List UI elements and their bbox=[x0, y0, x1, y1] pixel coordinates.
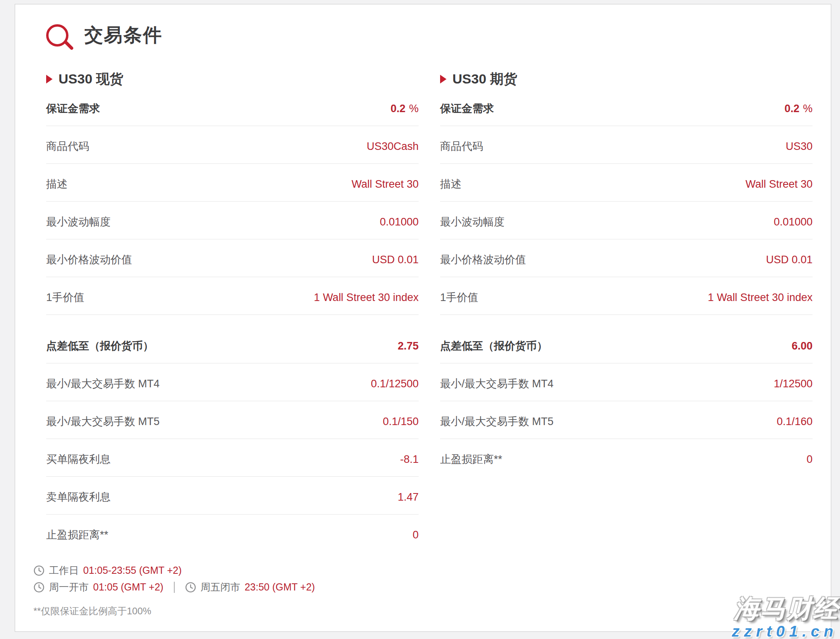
table-row: 1手价值 1 Wall Street 30 index bbox=[46, 277, 419, 315]
page-title: 交易条件 bbox=[84, 23, 162, 48]
column-header: US30 期货 bbox=[440, 70, 813, 88]
table-row: 最小波动幅度 0.01000 bbox=[46, 202, 419, 239]
row-label: 最小波动幅度 bbox=[46, 215, 111, 229]
table-row: 最小价格波动价值 USD 0.01 bbox=[46, 239, 419, 277]
row-label: 点差低至（报价货币） bbox=[46, 339, 154, 353]
row-label: 最小/最大交易手数 MT4 bbox=[46, 377, 160, 391]
instrument-column: US30 期货 保证金需求 0.2% 商品代码 US30 描述 Wall Str… bbox=[440, 70, 813, 552]
row-value: USD 0.01 bbox=[766, 254, 813, 266]
row-value-main: Wall Street 30 bbox=[745, 178, 813, 190]
schedule-item: 周一开市 01:05 (GMT +2) bbox=[33, 581, 164, 594]
row-value-main: 1 Wall Street 30 index bbox=[314, 291, 419, 303]
row-value-main: 0.2 bbox=[390, 103, 405, 115]
trading-conditions-card: 交易条件 US30 现货 保证金需求 0.2% 商品代码 US30Cash 描述… bbox=[15, 4, 831, 632]
watermark-domain: zzrt01.cn bbox=[732, 623, 839, 639]
row-value-main: 0 bbox=[413, 529, 419, 541]
row-value: 6.00 bbox=[791, 340, 813, 352]
schedule-item: 工作日 01:05-23:55 (GMT +2) bbox=[33, 564, 182, 577]
row-value-main: 0.01000 bbox=[380, 216, 419, 228]
row-label: 最小/最大交易手数 MT5 bbox=[440, 414, 554, 429]
schedule-time: 23:50 (GMT +2) bbox=[245, 581, 315, 593]
schedule-label: 周一开市 bbox=[49, 581, 89, 594]
row-label: 最小价格波动价值 bbox=[440, 252, 526, 267]
schedule-line-2: 周一开市 01:05 (GMT +2) 周五闭市 23:50 (GMT +2) bbox=[33, 581, 813, 594]
row-label: 描述 bbox=[440, 177, 462, 191]
column-title-text: US30 期货 bbox=[452, 70, 517, 88]
row-label: 商品代码 bbox=[46, 139, 89, 153]
row-label: 点差低至（报价货币） bbox=[440, 339, 548, 353]
row-value-main: Wall Street 30 bbox=[351, 178, 419, 190]
row-value-main: 0.1/12500 bbox=[371, 378, 419, 390]
row-label: 买单隔夜利息 bbox=[46, 452, 111, 466]
row-value: 0 bbox=[807, 453, 813, 466]
row-value: 0.2% bbox=[784, 103, 813, 115]
columns: US30 现货 保证金需求 0.2% 商品代码 US30Cash 描述 Wall… bbox=[46, 70, 813, 552]
row-value: 0.1/150 bbox=[383, 416, 419, 428]
row-value: 0.01000 bbox=[380, 216, 419, 228]
table-row: 止盈损距离** 0 bbox=[440, 439, 813, 476]
table-row: 卖单隔夜利息 1.47 bbox=[46, 477, 419, 515]
schedule-line-1: 工作日 01:05-23:55 (GMT +2) bbox=[33, 564, 813, 577]
row-value-suffix: % bbox=[803, 103, 813, 115]
row-label: 1手价值 bbox=[440, 290, 478, 305]
row-value: 1 Wall Street 30 index bbox=[708, 291, 813, 304]
table-row: 最小/最大交易手数 MT4 0.1/12500 bbox=[46, 363, 419, 401]
clock-icon bbox=[185, 582, 196, 593]
page-header: 交易条件 bbox=[46, 23, 813, 48]
row-label: 最小/最大交易手数 MT4 bbox=[440, 377, 554, 391]
row-value-main: 0.1/150 bbox=[383, 416, 419, 427]
schedule-label: 周五闭市 bbox=[201, 581, 240, 594]
row-value: 2.75 bbox=[398, 340, 419, 352]
row-label: 描述 bbox=[46, 177, 68, 191]
row-value-main: USD 0.01 bbox=[372, 254, 419, 266]
table-row: 最小/最大交易手数 MT4 1/12500 bbox=[440, 363, 813, 401]
schedule-label: 工作日 bbox=[49, 564, 79, 577]
table-row: 1手价值 1 Wall Street 30 index bbox=[440, 277, 813, 315]
table-row: 商品代码 US30Cash bbox=[46, 126, 419, 164]
schedule-item: 周五闭市 23:50 (GMT +2) bbox=[185, 581, 315, 594]
watermark: 海马财经 zzrt01.cn bbox=[732, 596, 839, 639]
table-row: 最小/最大交易手数 MT5 0.1/150 bbox=[46, 401, 419, 439]
rows: 保证金需求 0.2% 商品代码 US30 描述 Wall Street 30 最… bbox=[440, 88, 813, 476]
row-value-main: 1 Wall Street 30 index bbox=[708, 291, 813, 303]
row-label: 最小价格波动价值 bbox=[46, 252, 132, 267]
watermark-brand: 海马财经 bbox=[732, 596, 839, 621]
rows: 保证金需求 0.2% 商品代码 US30Cash 描述 Wall Street … bbox=[46, 88, 419, 552]
row-value-main: US30Cash bbox=[366, 140, 419, 152]
triangle-bullet-icon bbox=[440, 75, 446, 84]
row-value-main: 6.00 bbox=[791, 340, 813, 352]
row-value-main: 1.47 bbox=[398, 491, 419, 503]
row-label: 最小/最大交易手数 MT5 bbox=[46, 414, 160, 429]
row-label: 止盈损距离** bbox=[46, 528, 108, 542]
triangle-bullet-icon bbox=[46, 75, 53, 84]
row-value-main: USD 0.01 bbox=[766, 254, 813, 266]
row-label: 保证金需求 bbox=[46, 101, 100, 116]
table-row: 最小/最大交易手数 MT5 0.1/160 bbox=[440, 401, 813, 439]
row-label: 止盈损距离** bbox=[440, 452, 502, 466]
row-value-main: 0.1/160 bbox=[777, 416, 813, 427]
table-row: 描述 Wall Street 30 bbox=[46, 164, 419, 202]
row-label: 保证金需求 bbox=[440, 101, 494, 116]
row-value-main: 0.01000 bbox=[774, 216, 813, 228]
row-value: 1.47 bbox=[398, 491, 419, 503]
schedule-time: 01:05 (GMT +2) bbox=[93, 581, 164, 593]
row-value: 0.1/160 bbox=[777, 416, 813, 428]
row-value: Wall Street 30 bbox=[351, 178, 419, 190]
row-value: 1 Wall Street 30 index bbox=[314, 291, 419, 304]
footnote: **仅限保证金比例高于100% bbox=[33, 605, 813, 618]
row-label: 卖单隔夜利息 bbox=[46, 490, 111, 504]
table-row: 商品代码 US30 bbox=[440, 126, 813, 164]
row-label: 商品代码 bbox=[440, 139, 483, 153]
row-value-main: -8.1 bbox=[400, 453, 419, 465]
row-value: 0 bbox=[413, 529, 419, 541]
row-value: 0.01000 bbox=[774, 216, 813, 228]
search-icon bbox=[46, 24, 68, 47]
clock-icon bbox=[33, 582, 45, 593]
footer: 工作日 01:05-23:55 (GMT +2) 周一开市 01:05 (GMT… bbox=[33, 564, 813, 618]
row-label: 最小波动幅度 bbox=[440, 215, 505, 229]
row-value-main: US30 bbox=[785, 140, 813, 152]
table-row: 止盈损距离** 0 bbox=[46, 515, 419, 552]
row-value: 1/12500 bbox=[774, 378, 813, 390]
row-value-main: 2.75 bbox=[398, 340, 419, 352]
table-row: 描述 Wall Street 30 bbox=[440, 164, 813, 202]
